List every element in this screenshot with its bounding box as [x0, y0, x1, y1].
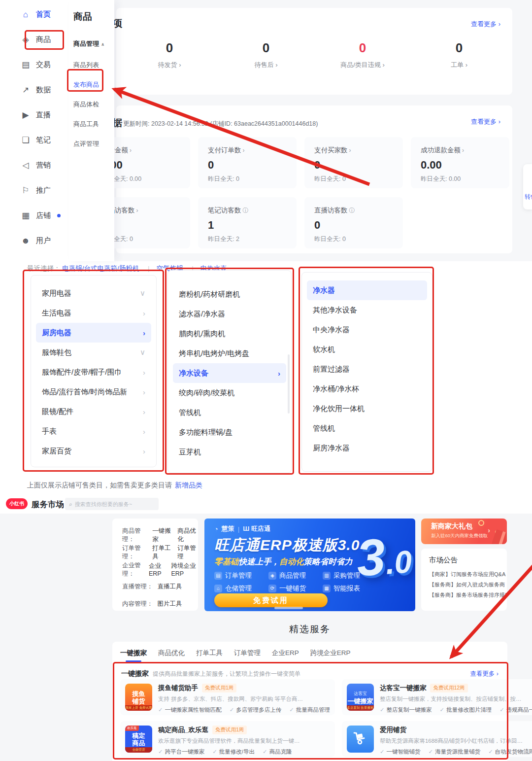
category-item[interactable]: 眼镜/配件 › [36, 402, 151, 421]
todo-view-more-link[interactable]: 查看更多 › [471, 20, 500, 29]
category-item[interactable]: 多功能料理锅/盘 [173, 422, 286, 442]
new-merchant-gift-card[interactable]: 新商家大礼包 新入驻60天内商家免费领取 › [421, 519, 507, 544]
category-item[interactable]: 净化饮用一体机 [307, 399, 427, 418]
flyout-menu-item[interactable]: 商品列表 [73, 55, 114, 75]
category-item[interactable]: 厨房电器 › [36, 323, 151, 343]
sidebar-item[interactable]: ◈ 商品 [0, 27, 69, 52]
category-item[interactable]: 净水设备 › [173, 363, 286, 383]
todo-stat[interactable]: 0 待售后 › [218, 40, 314, 69]
flyout-menu-item[interactable]: 商品工具 [73, 114, 114, 134]
screenshot-canvas: 待办事项 查看更多 › 0 待发货 › 0 待售后 › 0 商品/ [0, 0, 532, 761]
search-input[interactable] [75, 501, 154, 507]
add-category-link[interactable]: 新增品类 [175, 481, 202, 489]
category-item[interactable]: 滤水器/净水器 [173, 304, 286, 324]
service-card[interactable]: 摸鱼 铺货 商家上货 免费试用 摸鱼铺货助手 免费试用1周 [120, 679, 335, 715]
flyout-menu-item[interactable]: 点评管理 [73, 134, 114, 154]
sidebar-item[interactable]: ▤ 交易 [0, 52, 69, 77]
category-item[interactable]: 烤串机/电烤炉/电烤盘 [173, 344, 286, 363]
check-icon: ✓ [380, 749, 385, 755]
todo-stat[interactable]: 0 商品/类目违规 › [314, 40, 411, 69]
category-item[interactable]: 磨粉机/药材研磨机 [173, 284, 286, 304]
category-item[interactable]: 厨房净水器 [307, 438, 427, 458]
metric-cell[interactable]: 直播访客数ⓘ 0 昨日全天: 0 [304, 197, 403, 248]
category-item[interactable]: 家用电器 ∨ [36, 283, 151, 303]
category-item[interactable]: 其他净水设备 [307, 300, 427, 320]
notice-item[interactable]: 【服务商】如何入驻成为服务商 [429, 580, 507, 590]
metric-sub: 昨日全天: 0 [314, 235, 403, 243]
category-item[interactable]: 服饰配件/皮带/帽子/围巾 › [36, 362, 151, 382]
carousel-indicator[interactable] [274, 607, 303, 609]
todo-stat[interactable]: 0 工单 › [411, 40, 507, 69]
notice-item[interactable]: 【商家】订阅服务市场应用Q&A [429, 569, 507, 580]
service-tab[interactable]: 一键搬家 [120, 649, 147, 662]
services-view-more-link[interactable]: 查看更多 › [470, 670, 499, 678]
category-item[interactable]: 手表 › [36, 421, 151, 441]
free-trial-button[interactable]: 免费试用 [214, 593, 328, 607]
scrollbar[interactable] [288, 354, 290, 414]
category-item[interactable]: 绞肉/碎肉/绞菜机 [173, 383, 286, 403]
category-column-1: 家用电器 ∨ 生活电器 › 厨房电器 › 服饰鞋包 [31, 275, 157, 467]
flyout-menu-item[interactable]: 商品体检 [73, 95, 114, 114]
menu-link[interactable]: 图片工具 [158, 600, 182, 608]
sidebar-item[interactable]: ◁ 营销 [0, 153, 69, 178]
flyout-menu-item[interactable]: 发布商品 [73, 75, 114, 95]
sidebar-item-label: 推广 [36, 186, 51, 195]
menu-link[interactable]: 跨境企业ERP [171, 562, 199, 577]
sidebar-item[interactable]: ▶ 直播 [0, 103, 69, 128]
chevron-icon: › [143, 388, 145, 396]
sidebar-item[interactable]: ↗ 数据 [0, 77, 69, 103]
category-item[interactable]: 净水桶/净水杯 [307, 379, 427, 399]
category-item[interactable]: 净水器 [307, 280, 427, 300]
metric-cell[interactable]: 支付订单数› 0 昨日全天: 0 [198, 137, 297, 188]
todo-stats: 0 待发货 › 0 待售后 › 0 商品/类目违规 › 0 [121, 40, 507, 69]
service-tab[interactable]: 跨境企业ERP [310, 649, 351, 662]
service-tab[interactable]: 打单工具 [196, 649, 223, 662]
metric-label: 支付买家数 [314, 146, 348, 154]
category-item[interactable]: 服饰鞋包 ∨ [36, 343, 151, 362]
category-item[interactable]: 管线机 [173, 403, 286, 422]
service-tab[interactable]: 订单管理 [234, 649, 261, 662]
service-card[interactable]: 爱用铺货 帮助无货源商家将1688商品铺货到小红书店铺，订单回流采购，物流自动同… [342, 721, 532, 757]
service-tab[interactable]: 企业ERP [272, 649, 299, 662]
notice-item[interactable]: 【服务商】服务市场服务排序规则 [429, 590, 507, 600]
data-view-more-link[interactable]: 查看更多 › [471, 117, 500, 126]
menu-link[interactable]: 企业ERP [149, 562, 167, 577]
todo-stat[interactable]: 0 待发货 › [121, 40, 218, 69]
recent-category-link[interactable]: 电蒸锅/台式电蒸箱/肠粉机 [62, 265, 139, 272]
banner-brand: ◔ 慧策 | Ш 旺店通 [214, 524, 270, 533]
menu-link[interactable]: 一键搬家 [152, 527, 173, 544]
feature-icon: ▦ [323, 585, 331, 592]
chevron-right-icon: › [488, 526, 490, 534]
category-item[interactable]: 腊肉机/熏肉机 [173, 324, 286, 344]
category-item[interactable]: 前置过滤器 [307, 359, 427, 379]
menu-link[interactable]: 直播工具 [158, 583, 182, 591]
category-item[interactable]: 家居百货 › [36, 441, 151, 461]
category-item[interactable]: 豆芽机 [173, 442, 286, 462]
sidebar-item[interactable]: ☻ 用户 [0, 228, 69, 253]
divider: | [238, 525, 239, 533]
metric-cell[interactable]: 成功退款金额› 0.00 昨日全天: 0.00 [411, 137, 509, 188]
category-item[interactable]: 管线机 [307, 418, 427, 438]
erp-banner[interactable]: ◔ 慧策 | Ш 旺店通 旺店通ERP极速版3.0 零基础快速上手，自动化策略省… [204, 519, 415, 611]
category-item[interactable]: 软水机 [307, 340, 427, 359]
flyout-group-label[interactable]: 商品管理∧ [73, 39, 114, 48]
sidebar-item[interactable]: ▦ 店铺 [0, 203, 69, 228]
menu-link[interactable]: 商品优化 [177, 527, 198, 544]
menu-link[interactable]: 订单管理 [177, 544, 198, 561]
market-search[interactable]: ⌕ [65, 498, 159, 510]
sidebar-item[interactable]: ⚐ 推广 [0, 178, 69, 203]
feature-icon: ⟳ [268, 585, 276, 592]
category-item[interactable]: 生活电器 › [36, 303, 151, 323]
edge-floating-widget[interactable]: 转化 [523, 164, 532, 209]
service-card[interactable]: 达客宝 一键搬家 多店复制 批量搬家 达客宝一键搬家 免费试用12周 [342, 679, 532, 715]
category-item[interactable]: 饰品/流行首饰/时尚饰品新 › [36, 382, 151, 402]
sidebar-item[interactable]: ⌂ 首页 [0, 2, 69, 27]
category-item[interactable]: 中央净水器 [307, 320, 427, 340]
menu-link[interactable]: 打单工具 [152, 544, 173, 561]
metric-cell[interactable]: 笔记访客数ⓘ 1 昨日全天: 2 [198, 197, 297, 248]
service-card[interactable]: 欢乐逛 稿定 商品 全能管货 稿定商品_欢乐逛 免费试用1周 [120, 721, 335, 757]
metric-cell[interactable]: 支付买家数› 0 昨日全天: 0 [304, 137, 403, 188]
service-tab[interactable]: 商品优化 [158, 649, 185, 662]
sidebar-item[interactable]: ❏ 笔记 [0, 128, 69, 153]
icon-footer-text: 全能管货 [125, 747, 152, 753]
